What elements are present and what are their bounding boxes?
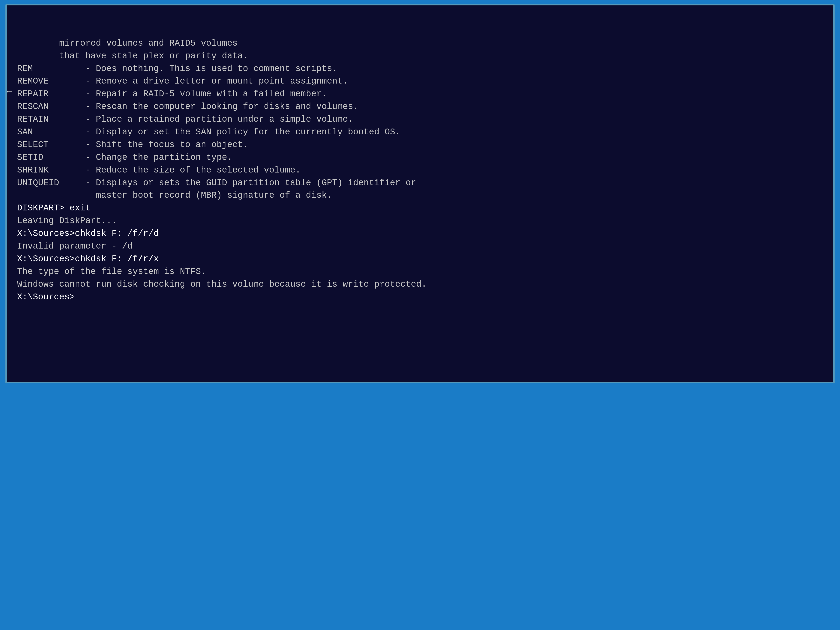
terminal-line: mirrored volumes and RAID5 volumes: [17, 37, 823, 50]
terminal-line: master boot record (MBR) signature of a …: [17, 189, 823, 202]
terminal-content: mirrored volumes and RAID5 volumes that …: [7, 5, 833, 382]
terminal-line: Leaving DiskPart...: [17, 215, 823, 227]
terminal-line: X:\Sources>: [17, 291, 823, 303]
terminal-line: REMOVE - Remove a drive letter or mount …: [17, 75, 823, 88]
terminal-line: UNIQUEID - Displays or sets the GUID par…: [17, 177, 823, 189]
terminal-window: mirrored volumes and RAID5 volumes that …: [5, 4, 835, 383]
terminal-line: REPAIR - Repair a RAID-5 volume with a f…: [17, 88, 823, 100]
terminal-line: X:\Sources>chkdsk F: /f/r/d: [17, 227, 823, 240]
terminal-line: RESCAN - Rescan the computer looking for…: [17, 100, 823, 113]
terminal-line: SETID - Change the partition type.: [17, 151, 823, 164]
terminal-line: SHRINK - Reduce the size of the selected…: [17, 164, 823, 177]
terminal-line: Windows cannot run disk checking on this…: [17, 278, 823, 291]
terminal-line: SAN - Display or set the SAN policy for …: [17, 126, 823, 139]
terminal-line: The type of the file system is NTFS.: [17, 265, 823, 278]
terminal-line: that have stale plex or parity data.: [17, 50, 823, 63]
terminal-line: X:\Sources>chkdsk F: /f/r/x: [17, 253, 823, 265]
terminal-line: DISKPART> exit: [17, 202, 823, 215]
terminal-line: Invalid parameter - /d: [17, 240, 823, 253]
terminal-line: RETAIN - Place a retained partition unde…: [17, 113, 823, 126]
terminal-line: SELECT - Shift the focus to an object.: [17, 139, 823, 151]
terminal-line: REM - Does nothing. This is used to comm…: [17, 63, 823, 75]
left-arrow-indicator: ←: [7, 87, 12, 97]
